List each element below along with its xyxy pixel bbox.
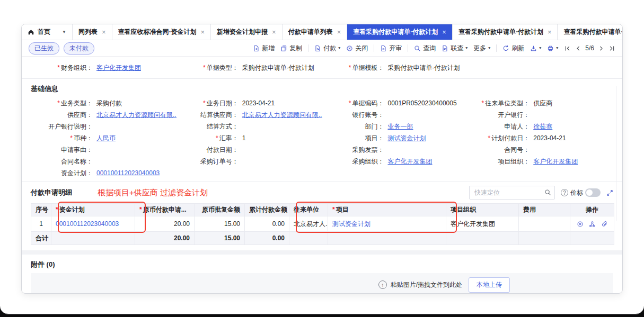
field-value-link[interactable]: 徐茹骞: [533, 122, 552, 131]
printer-icon: [547, 45, 554, 52]
required-mark: *: [488, 134, 491, 142]
close-icon[interactable]: ×: [548, 28, 552, 36]
expand-icon[interactable]: [606, 189, 613, 196]
field-label: 采购发票：: [322, 146, 388, 155]
field-label: 项目：: [322, 134, 388, 143]
first-page-icon[interactable]: [564, 45, 571, 52]
field-label: *单据模板：: [322, 64, 388, 73]
field-label: 资金计划：: [31, 169, 96, 178]
col-header-project: *项目: [328, 204, 446, 216]
toolbar: 已生效 未付款 新增 复制 付款 ▾ 关闭: [22, 40, 622, 57]
close-icon[interactable]: ×: [442, 28, 446, 36]
next-page-icon[interactable]: [598, 45, 605, 52]
field-value: 供应商: [533, 99, 552, 108]
new-button[interactable]: 新增: [253, 44, 275, 53]
required-mark: *: [482, 99, 484, 107]
form-field: 供应商：北京易才人力资源顾问有限...: [31, 109, 177, 121]
copy-button[interactable]: 复制: [280, 44, 302, 53]
col-header-paid-amount: 累计付款金额: [245, 204, 289, 216]
total-cell: [446, 232, 519, 245]
row-relation-icon[interactable]: [589, 221, 596, 228]
field-label: *业务日期：: [177, 99, 242, 108]
tab-payment-request-list[interactable]: 付款申请单列表 ×: [283, 24, 348, 40]
field-value-link[interactable]: 客户化开发集团: [388, 157, 433, 166]
pay-button[interactable]: 付款 ▾: [314, 44, 340, 53]
cell-project-org: 客户化开发集团: [446, 216, 519, 232]
upload-dropzone[interactable]: ↑ 粘贴图片/拖拽文件到此处 本地上传: [31, 273, 613, 294]
field-label: *单据编码：: [322, 99, 388, 108]
last-page-icon[interactable]: [608, 45, 615, 52]
field-value-link[interactable]: 客户化开发集团: [533, 157, 578, 166]
form-field: 申请事由：: [31, 144, 177, 156]
attachment-icon[interactable]: [601, 221, 608, 228]
field-label: *财务组织：: [31, 64, 96, 73]
abandon-button[interactable]: 弃审: [380, 44, 402, 53]
table-header-row: 序号 *资金计划 *原币付款申请... 原币批复金额 累计付款金额 往来单位 *…: [31, 204, 614, 216]
row-delete-icon[interactable]: [577, 221, 584, 228]
field-value: 采购付款: [96, 99, 122, 108]
form-field: 开户银行说明：: [31, 121, 177, 132]
basic-info-grid: *业务类型：采购付款 *业务日期：2023-04-21 *单据编码：0001PR…: [31, 97, 613, 179]
tab-label: 查看采购付款申请单-付款计划: [353, 28, 438, 37]
home-icon: [28, 29, 34, 35]
local-upload-button[interactable]: 本地上传: [469, 277, 510, 293]
query-button[interactable]: 查询: [414, 44, 436, 53]
tab-label: 首页: [38, 28, 50, 37]
tab-view-purchase-payment-active[interactable]: 查看采购付款申请单-付款计划 ×: [347, 24, 453, 40]
field-value-link[interactable]: 测试资金计划: [388, 134, 426, 143]
caret-down-icon: ▾: [539, 46, 541, 50]
tab-view-purchase-payment-2[interactable]: 查看采购付款申请单-付款计划 ×: [453, 24, 558, 40]
form-field: *财务组织： 客户化开发集团: [31, 62, 177, 74]
field-label: 结算方式：: [177, 122, 242, 131]
prev-page-icon[interactable]: [575, 45, 581, 52]
tab-home[interactable]: 首页 ▼: [22, 24, 73, 40]
magnifier-icon[interactable]: [544, 189, 551, 196]
field-label: 申请人：: [467, 122, 533, 131]
close-icon[interactable]: ×: [272, 28, 276, 36]
close-icon[interactable]: ×: [337, 28, 341, 36]
export-button[interactable]: ▾: [530, 45, 541, 52]
price-flag-toggle[interactable]: [585, 188, 601, 197]
tab-contract-list[interactable]: 同列表 ×: [73, 24, 112, 40]
close-icon[interactable]: ×: [201, 28, 205, 36]
fund-plan-link[interactable]: 000100112023040003: [56, 220, 119, 228]
caret-down-icon[interactable]: ▼: [62, 30, 66, 34]
cell-actions: [570, 216, 614, 232]
tab-new-fund-plan[interactable]: 新增资金计划申报 ×: [211, 24, 283, 40]
field-value-link[interactable]: 客户化开发集团: [96, 64, 141, 73]
field-value-link[interactable]: 北京易才人力资源顾问有限...: [96, 111, 177, 120]
more-button[interactable]: 更多 ▾: [473, 44, 490, 53]
link-query-button[interactable]: 联查 ▾: [442, 44, 467, 53]
required-mark: *: [56, 206, 58, 213]
field-value-link[interactable]: 人民币: [96, 134, 116, 143]
tab-label: 查看应收标准合同-资金计划: [118, 28, 197, 37]
form-field: *业务日期：2023-04-21: [177, 97, 322, 109]
tab-view-receivable-plan[interactable]: 查看应收标准合同-资金计划 ×: [112, 24, 211, 40]
field-value-link[interactable]: 000100112023040003: [96, 169, 160, 177]
tab-label: 查看采购付款申请单-付款计划: [458, 28, 543, 37]
field-value: 1: [242, 134, 246, 142]
close-icon[interactable]: ×: [102, 28, 106, 36]
section-band: [22, 250, 622, 255]
required-mark: *: [332, 206, 335, 213]
app-window: 首页 ▼ 同列表 × 查看应收标准合同-资金计划 × 新增资金计划申报 × 付款…: [0, 0, 644, 314]
col-header-approved-amount: 原币批复金额: [195, 204, 245, 216]
search-input[interactable]: [469, 186, 555, 200]
col-header-expense: 费用: [519, 204, 570, 216]
field-value: 采购付款申请单-付款计划: [242, 64, 314, 73]
help-icon[interactable]: ?: [561, 189, 568, 196]
field-label: 采购组织：: [322, 157, 388, 166]
refresh-button[interactable]: 刷新: [502, 44, 524, 53]
tab-view-purchase-payment-3[interactable]: 查看采购付款申请单-付款计划 ×: [558, 24, 622, 40]
field-value-link[interactable]: 业务一部: [388, 122, 413, 131]
cell-paid-amount: 0.00: [245, 216, 289, 232]
project-link[interactable]: 测试资金计划: [332, 220, 370, 228]
close-bill-button[interactable]: 关闭: [346, 44, 368, 53]
form-field: *计划付款日：2023-04-21: [467, 132, 613, 144]
print-button[interactable]: ▾: [547, 45, 558, 52]
field-label: *计划付款日：: [467, 134, 533, 143]
field-value-link[interactable]: 北京易才人力资源顾问有限...: [242, 111, 322, 120]
table-row: 1 000100112023040003 20.00 15.00 0.00 北京…: [31, 216, 614, 232]
required-mark: *: [203, 64, 206, 71]
field-label: 申请事由：: [31, 146, 96, 155]
